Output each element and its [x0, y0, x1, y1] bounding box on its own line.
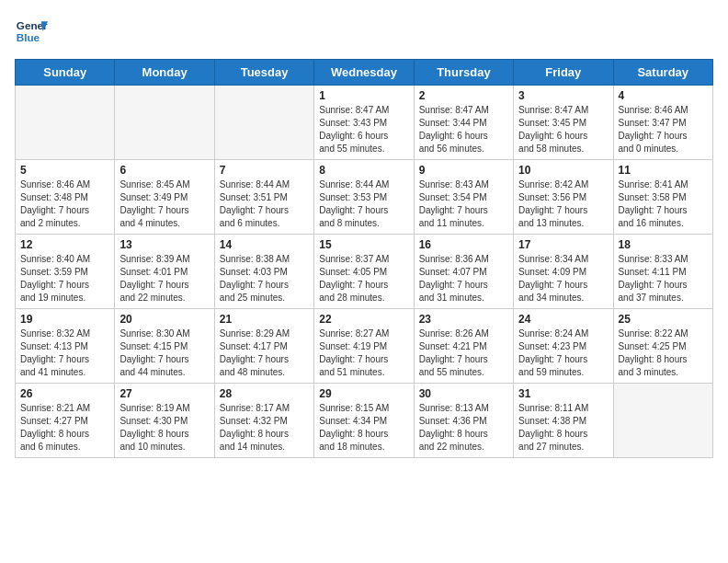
cell-content: Sunrise: 8:19 AMSunset: 4:30 PMDaylight:…: [119, 402, 209, 454]
logo: General Blue: [15, 15, 48, 48]
calendar-cell: [115, 86, 214, 160]
day-number: 15: [319, 238, 408, 251]
calendar-table: SundayMondayTuesdayWednesdayThursdayFrid…: [15, 59, 713, 458]
day-number: 28: [220, 387, 309, 400]
calendar-cell: 2Sunrise: 8:47 AMSunset: 3:44 PMDaylight…: [414, 86, 513, 160]
cell-content: Sunrise: 8:46 AMSunset: 3:47 PMDaylight:…: [619, 104, 708, 155]
cell-content: Sunrise: 8:22 AMSunset: 4:25 PMDaylight:…: [619, 327, 708, 379]
cell-content: Sunrise: 8:27 AMSunset: 4:19 PMDaylight:…: [319, 327, 408, 379]
cell-content: Sunrise: 8:42 AMSunset: 3:56 PMDaylight:…: [518, 178, 608, 230]
day-number: 26: [20, 387, 109, 400]
calendar-week-row: 5Sunrise: 8:46 AMSunset: 3:48 PMDaylight…: [16, 160, 713, 235]
cell-content: Sunrise: 8:39 AMSunset: 4:01 PMDaylight:…: [119, 253, 209, 304]
day-of-week-header: Wednesday: [314, 60, 414, 86]
day-number: 21: [220, 313, 309, 326]
cell-content: Sunrise: 8:17 AMSunset: 4:32 PMDaylight:…: [220, 402, 309, 454]
cell-content: Sunrise: 8:40 AMSunset: 3:59 PMDaylight:…: [20, 253, 109, 304]
calendar-cell: 9Sunrise: 8:43 AMSunset: 3:54 PMDaylight…: [414, 160, 513, 235]
cell-content: Sunrise: 8:47 AMSunset: 3:44 PMDaylight:…: [419, 104, 508, 155]
day-number: 4: [619, 89, 708, 102]
cell-content: Sunrise: 8:34 AMSunset: 4:09 PMDaylight:…: [518, 253, 608, 304]
day-number: 31: [518, 387, 608, 400]
calendar-cell: 28Sunrise: 8:17 AMSunset: 4:32 PMDayligh…: [214, 384, 313, 458]
day-number: 19: [20, 313, 109, 326]
cell-content: Sunrise: 8:13 AMSunset: 4:36 PMDaylight:…: [419, 402, 508, 454]
calendar-cell: 24Sunrise: 8:24 AMSunset: 4:23 PMDayligh…: [514, 309, 613, 384]
day-number: 25: [619, 313, 708, 326]
calendar-cell: 11Sunrise: 8:41 AMSunset: 3:58 PMDayligh…: [613, 160, 712, 235]
cell-content: Sunrise: 8:30 AMSunset: 4:15 PMDaylight:…: [119, 327, 209, 379]
cell-content: Sunrise: 8:24 AMSunset: 4:23 PMDaylight:…: [518, 327, 608, 379]
calendar-cell: 3Sunrise: 8:47 AMSunset: 3:45 PMDaylight…: [514, 86, 613, 160]
day-number: 9: [419, 164, 508, 177]
calendar-cell: 15Sunrise: 8:37 AMSunset: 4:05 PMDayligh…: [314, 235, 414, 309]
calendar-cell: 14Sunrise: 8:38 AMSunset: 4:03 PMDayligh…: [214, 235, 313, 309]
day-of-week-header: Sunday: [16, 60, 115, 86]
calendar-cell: [16, 86, 115, 160]
cell-content: Sunrise: 8:37 AMSunset: 4:05 PMDaylight:…: [319, 253, 408, 304]
cell-content: Sunrise: 8:47 AMSunset: 3:45 PMDaylight:…: [518, 104, 608, 155]
day-number: 29: [319, 387, 408, 400]
cell-content: Sunrise: 8:15 AMSunset: 4:34 PMDaylight:…: [319, 402, 408, 454]
day-number: 16: [419, 238, 508, 251]
calendar-cell: 16Sunrise: 8:36 AMSunset: 4:07 PMDayligh…: [414, 235, 513, 309]
calendar-cell: 30Sunrise: 8:13 AMSunset: 4:36 PMDayligh…: [414, 384, 513, 458]
cell-content: Sunrise: 8:11 AMSunset: 4:38 PMDaylight:…: [518, 402, 608, 454]
day-number: 5: [20, 164, 109, 177]
cell-content: Sunrise: 8:32 AMSunset: 4:13 PMDaylight:…: [20, 327, 109, 379]
cell-content: Sunrise: 8:21 AMSunset: 4:27 PMDaylight:…: [20, 402, 109, 454]
calendar-cell: [613, 384, 712, 458]
day-number: 17: [518, 238, 608, 251]
cell-content: Sunrise: 8:26 AMSunset: 4:21 PMDaylight:…: [419, 327, 508, 379]
logo-icon: General Blue: [15, 15, 48, 48]
calendar-cell: 18Sunrise: 8:33 AMSunset: 4:11 PMDayligh…: [613, 235, 712, 309]
calendar-cell: 26Sunrise: 8:21 AMSunset: 4:27 PMDayligh…: [16, 384, 115, 458]
day-number: 23: [419, 313, 508, 326]
calendar-week-row: 26Sunrise: 8:21 AMSunset: 4:27 PMDayligh…: [16, 384, 713, 458]
page-header: General Blue: [15, 15, 713, 48]
cell-content: Sunrise: 8:29 AMSunset: 4:17 PMDaylight:…: [220, 327, 309, 379]
day-of-week-header: Thursday: [414, 60, 513, 86]
day-number: 11: [619, 164, 708, 177]
day-number: 12: [20, 238, 109, 251]
day-number: 30: [419, 387, 508, 400]
svg-text:Blue: Blue: [17, 31, 40, 43]
cell-content: Sunrise: 8:45 AMSunset: 3:49 PMDaylight:…: [119, 178, 209, 230]
calendar-cell: 23Sunrise: 8:26 AMSunset: 4:21 PMDayligh…: [414, 309, 513, 384]
calendar-cell: 12Sunrise: 8:40 AMSunset: 3:59 PMDayligh…: [16, 235, 115, 309]
day-number: 20: [119, 313, 209, 326]
calendar-week-row: 12Sunrise: 8:40 AMSunset: 3:59 PMDayligh…: [16, 235, 713, 309]
cell-content: Sunrise: 8:41 AMSunset: 3:58 PMDaylight:…: [619, 178, 708, 230]
day-number: 10: [518, 164, 608, 177]
day-of-week-header: Monday: [115, 60, 214, 86]
calendar-header-row: SundayMondayTuesdayWednesdayThursdayFrid…: [16, 60, 713, 86]
calendar-week-row: 19Sunrise: 8:32 AMSunset: 4:13 PMDayligh…: [16, 309, 713, 384]
calendar-cell: 13Sunrise: 8:39 AMSunset: 4:01 PMDayligh…: [115, 235, 214, 309]
calendar-cell: 5Sunrise: 8:46 AMSunset: 3:48 PMDaylight…: [16, 160, 115, 235]
cell-content: Sunrise: 8:47 AMSunset: 3:43 PMDaylight:…: [319, 104, 408, 155]
cell-content: Sunrise: 8:43 AMSunset: 3:54 PMDaylight:…: [419, 178, 508, 230]
calendar-cell: 22Sunrise: 8:27 AMSunset: 4:19 PMDayligh…: [314, 309, 414, 384]
calendar-week-row: 1Sunrise: 8:47 AMSunset: 3:43 PMDaylight…: [16, 86, 713, 160]
calendar-cell: 17Sunrise: 8:34 AMSunset: 4:09 PMDayligh…: [514, 235, 613, 309]
day-number: 3: [518, 89, 608, 102]
day-number: 18: [619, 238, 708, 251]
calendar-cell: 21Sunrise: 8:29 AMSunset: 4:17 PMDayligh…: [214, 309, 313, 384]
calendar-cell: 6Sunrise: 8:45 AMSunset: 3:49 PMDaylight…: [115, 160, 214, 235]
calendar-cell: 1Sunrise: 8:47 AMSunset: 3:43 PMDaylight…: [314, 86, 414, 160]
calendar-cell: 29Sunrise: 8:15 AMSunset: 4:34 PMDayligh…: [314, 384, 414, 458]
calendar-cell: 10Sunrise: 8:42 AMSunset: 3:56 PMDayligh…: [514, 160, 613, 235]
calendar-cell: 20Sunrise: 8:30 AMSunset: 4:15 PMDayligh…: [115, 309, 214, 384]
calendar-cell: [214, 86, 313, 160]
calendar-cell: 7Sunrise: 8:44 AMSunset: 3:51 PMDaylight…: [214, 160, 313, 235]
calendar-cell: 4Sunrise: 8:46 AMSunset: 3:47 PMDaylight…: [613, 86, 712, 160]
cell-content: Sunrise: 8:46 AMSunset: 3:48 PMDaylight:…: [20, 178, 109, 230]
day-number: 13: [119, 238, 209, 251]
cell-content: Sunrise: 8:33 AMSunset: 4:11 PMDaylight:…: [619, 253, 708, 304]
calendar-cell: 8Sunrise: 8:44 AMSunset: 3:53 PMDaylight…: [314, 160, 414, 235]
calendar-cell: 19Sunrise: 8:32 AMSunset: 4:13 PMDayligh…: [16, 309, 115, 384]
day-of-week-header: Tuesday: [214, 60, 313, 86]
day-number: 14: [220, 238, 309, 251]
day-number: 27: [119, 387, 209, 400]
day-number: 22: [319, 313, 408, 326]
